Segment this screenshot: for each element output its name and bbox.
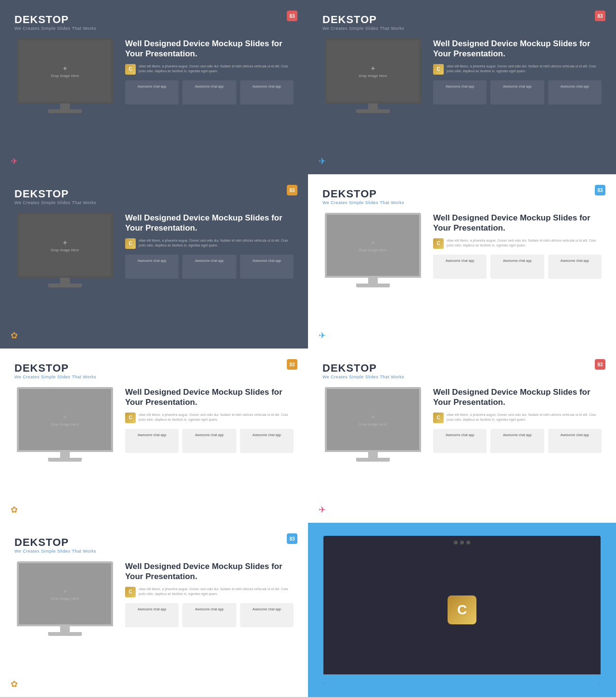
- monitor-plus-icon: +: [63, 65, 67, 72]
- app-card-3: Awesome chat app: [548, 255, 602, 279]
- desc-row: C vitae elit libero, a pharetra augue. D…: [125, 587, 294, 597]
- preview-dark-box: C: [323, 536, 601, 684]
- app-card-label-2: Awesome chat app: [195, 84, 223, 89]
- app-cards: Awesome chat app Awesome chat app Awesom…: [125, 80, 294, 104]
- monitor-neck: [60, 278, 70, 284]
- slide-badge: 83: [287, 185, 297, 195]
- app-card-1: Awesome chat app: [433, 80, 487, 104]
- bottom-decorative-icon: ✈: [11, 156, 18, 167]
- slide-header: DEKSTOP We Creates Simple Slides That Wo…: [14, 362, 294, 379]
- desc-row: C vitae elit libero, a pharetra augue. D…: [125, 64, 294, 75]
- app-card-2: Awesome chat app: [182, 80, 236, 104]
- app-card-label-2: Awesome chat app: [195, 607, 223, 611]
- app-card-label-3: Awesome chat app: [253, 433, 281, 437]
- monitor-plus-icon: +: [63, 239, 67, 246]
- app-card-label-1: Awesome chat app: [138, 433, 166, 437]
- slide-3: DEKSTOP We Creates Simple Slides That Wo…: [0, 174, 308, 349]
- bottom-decorative-icon: ✈: [319, 504, 326, 515]
- desc-icon: C: [433, 238, 444, 249]
- app-cards: Awesome chat app Awesome chat app Awesom…: [433, 80, 602, 104]
- monitor-neck: [368, 452, 378, 458]
- app-card-2: Awesome chat app: [182, 255, 236, 279]
- slide-badge: 83: [287, 533, 297, 544]
- bottom-decorative-icon: ✿: [11, 679, 18, 689]
- monitor-base: [48, 284, 82, 287]
- monitor-inner: + Drop Image Here: [19, 215, 111, 276]
- monitor: + Drop Image Here: [325, 387, 421, 452]
- app-card-label-1: Awesome chat app: [138, 259, 166, 263]
- desc-row: C vitae elit libero, a pharetra augue. D…: [433, 238, 602, 249]
- monitor-inner: + Drop Image Here: [19, 389, 111, 450]
- monitor-drop-label: Drop Image Here: [51, 423, 79, 426]
- app-card-label-3: Awesome chat app: [561, 433, 589, 437]
- desc-row: C vitae elit libero, a pharetra augue. D…: [433, 413, 602, 423]
- app-card-3: Awesome chat app: [548, 429, 602, 453]
- slide-5: DEKSTOP We Creates Simple Slides That Wo…: [0, 349, 308, 523]
- preview-brand-icon: C: [448, 595, 476, 624]
- app-card-label-3: Awesome chat app: [561, 84, 589, 89]
- slide-1: DEKSTOP We Creates Simple Slides That Wo…: [0, 0, 308, 174]
- text-block: Well Designed Device Mockup Slides for Y…: [433, 387, 602, 453]
- desc-text: vitae elit libero, a pharetra augue. Don…: [447, 238, 602, 248]
- preview-dot-3: [466, 541, 470, 544]
- app-card-3: Awesome chat app: [548, 80, 602, 104]
- slide-content: + Drop Image Here Well Designed Device M…: [14, 387, 294, 513]
- monitor-base: [356, 109, 390, 113]
- main-title: Well Designed Device Mockup Slides for Y…: [125, 561, 294, 582]
- main-title: Well Designed Device Mockup Slides for Y…: [125, 387, 294, 408]
- app-cards: Awesome chat app Awesome chat app Awesom…: [433, 255, 602, 279]
- bottom-decorative-icon: ✿: [11, 330, 18, 341]
- desc-icon: C: [125, 64, 136, 75]
- slide-content: + Drop Image Here Well Designed Device M…: [322, 387, 602, 513]
- monitor-base: [48, 109, 82, 113]
- slide-badge: 83: [287, 359, 297, 370]
- monitor-drop-label: Drop Image Here: [51, 248, 79, 252]
- app-card-label-1: Awesome chat app: [446, 259, 474, 263]
- slide-7: DEKSTOP We Creates Simple Slides That Wo…: [0, 523, 308, 697]
- brand-name: DEKSTOP: [14, 362, 294, 375]
- slide-content: + Drop Image Here Well Designed Device M…: [14, 561, 294, 687]
- tagline: We Creates Simple Slides That Works: [322, 375, 602, 379]
- text-block: Well Designed Device Mockup Slides for Y…: [433, 213, 602, 279]
- slide-badge: 83: [595, 359, 605, 370]
- app-card-2: Awesome chat app: [490, 255, 544, 279]
- app-card-1: Awesome chat app: [433, 429, 487, 453]
- slide-4: DEKSTOP We Creates Simple Slides That Wo…: [308, 174, 616, 349]
- desc-icon: C: [125, 413, 136, 423]
- preview-dot-1: [454, 541, 458, 544]
- slide-content: + Drop Image Here Well Designed Device M…: [322, 213, 602, 339]
- text-block: Well Designed Device Mockup Slides for Y…: [433, 39, 602, 104]
- app-card-label-1: Awesome chat app: [446, 433, 474, 437]
- desc-icon: C: [433, 64, 444, 75]
- slide-badge: 83: [595, 185, 605, 195]
- monitor-drop-label: Drop Image Here: [51, 74, 79, 78]
- monitor-wrap: + Drop Image Here: [14, 213, 116, 287]
- slide-header: DEKSTOP We Creates Simple Slides That Wo…: [322, 13, 602, 31]
- desc-icon: C: [125, 238, 136, 249]
- monitor-plus-icon: +: [371, 65, 375, 72]
- app-card-1: Awesome chat app: [125, 603, 179, 627]
- app-card-label-2: Awesome chat app: [503, 433, 531, 437]
- slide-6: DEKSTOP We Creates Simple Slides That Wo…: [308, 349, 616, 523]
- monitor-neck: [60, 103, 70, 109]
- monitor-plus-icon: +: [63, 587, 67, 595]
- app-card-1: Awesome chat app: [125, 80, 179, 104]
- app-card-label-3: Awesome chat app: [253, 84, 281, 89]
- app-card-label-2: Awesome chat app: [503, 259, 531, 263]
- app-card-2: Awesome chat app: [490, 80, 544, 104]
- desc-text: vitae elit libero, a pharetra augue. Don…: [139, 238, 294, 248]
- brand-name: DEKSTOP: [322, 362, 602, 375]
- monitor-wrap: + Drop Image Here: [14, 387, 116, 462]
- text-block: Well Designed Device Mockup Slides for Y…: [125, 387, 294, 453]
- tagline: We Creates Simple Slides That Works: [14, 549, 294, 554]
- slide-header: DEKSTOP We Creates Simple Slides That Wo…: [14, 13, 294, 31]
- slide-8: C: [308, 523, 616, 697]
- monitor-inner: + Drop Image Here: [327, 215, 419, 276]
- brand-name: DEKSTOP: [322, 188, 602, 200]
- tagline: We Creates Simple Slides That Works: [322, 26, 602, 31]
- desc-text: vitae elit libero, a pharetra augue. Don…: [139, 413, 294, 423]
- monitor: + Drop Image Here: [325, 39, 421, 103]
- brand-name: DEKSTOP: [14, 188, 294, 200]
- monitor: + Drop Image Here: [17, 213, 113, 278]
- desc-icon: C: [433, 413, 444, 423]
